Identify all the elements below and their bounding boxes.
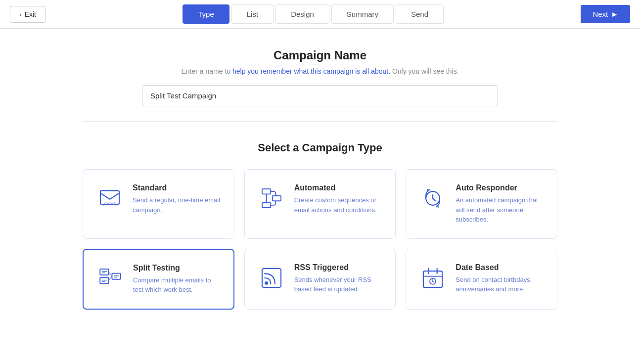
date-based-icon: [418, 263, 448, 293]
card-title-split-testing: Split Testing: [133, 264, 222, 273]
card-desc-auto-responder: An automated campaign that will send aft…: [456, 195, 545, 225]
rss-triggered-icon: [257, 263, 286, 293]
svg-rect-8: [100, 269, 108, 274]
next-button[interactable]: Next ►: [581, 5, 630, 23]
svg-point-20: [265, 281, 268, 284]
svg-rect-1: [262, 189, 271, 194]
svg-line-27: [433, 281, 434, 282]
card-title-standard: Standard: [133, 183, 222, 192]
next-label: Next: [593, 10, 608, 18]
subtitle-prefix: Enter a name to: [181, 67, 232, 75]
split-testing-icon: [95, 264, 125, 293]
auto-responder-icon: [418, 183, 448, 213]
card-desc-automated: Create custom sequences of email actions…: [294, 195, 384, 215]
section-divider: [83, 121, 557, 122]
exit-label: Exit: [25, 10, 36, 18]
svg-rect-14: [112, 273, 120, 279]
campaign-card-rss-triggered[interactable]: RSS TriggeredSends whenever your RSS bas…: [244, 249, 396, 310]
tab-list[interactable]: List: [231, 4, 274, 24]
svg-line-18: [109, 276, 112, 280]
chevron-right-icon: ►: [611, 10, 618, 18]
card-desc-rss-triggered: Sends whenever your RSS based feed is up…: [294, 275, 384, 294]
tab-summary[interactable]: Summary: [331, 4, 394, 24]
svg-rect-21: [423, 271, 442, 287]
subtitle-highlight: help you remember what this campaign is …: [232, 67, 390, 75]
card-desc-date-based: Send on contact birthdays, anniversaries…: [456, 275, 545, 294]
campaign-card-automated[interactable]: AutomatedCreate custom sequences of emai…: [244, 169, 396, 239]
standard-icon: [95, 183, 125, 213]
nav-tabs: TypeListDesignSummarySend: [183, 4, 444, 24]
svg-line-17: [109, 272, 112, 276]
campaign-type-title: Select a Campaign Type: [83, 141, 557, 154]
campaign-card-auto-responder[interactable]: Auto ResponderAn automated campaign that…: [406, 169, 557, 239]
card-desc-standard: Send a regular, one-time email campaign.: [133, 195, 222, 215]
header: ‹ Exit TypeListDesignSummarySend Next ►: [0, 0, 640, 29]
card-title-automated: Automated: [294, 183, 384, 192]
campaign-name-subtitle: Enter a name to help you remember what t…: [83, 67, 557, 75]
chevron-left-icon: ‹: [19, 10, 22, 18]
campaign-card-standard[interactable]: StandardSend a regular, one-time email c…: [83, 169, 234, 239]
campaign-name-input[interactable]: [142, 85, 498, 106]
card-title-date-based: Date Based: [456, 263, 545, 272]
svg-rect-11: [100, 277, 108, 283]
card-title-auto-responder: Auto Responder: [456, 183, 545, 192]
svg-rect-3: [272, 196, 280, 201]
card-title-rss-triggered: RSS Triggered: [294, 263, 384, 272]
automated-icon: [257, 183, 286, 213]
svg-rect-2: [262, 203, 271, 208]
tab-type[interactable]: Type: [183, 4, 229, 24]
main-content: Campaign Name Enter a name to help you r…: [73, 29, 567, 329]
card-desc-split-testing: Compare multiple emails to test which wo…: [133, 275, 222, 295]
campaign-name-title: Campaign Name: [83, 48, 557, 62]
campaign-card-date-based[interactable]: Date BasedSend on contact birthdays, ann…: [406, 249, 557, 310]
tab-design[interactable]: Design: [275, 4, 329, 24]
campaign-card-split-testing[interactable]: Split TestingCompare multiple emails to …: [83, 249, 234, 310]
tab-send[interactable]: Send: [396, 4, 444, 24]
campaign-type-grid: StandardSend a regular, one-time email c…: [83, 169, 557, 310]
subtitle-suffix: Only you will see this.: [390, 67, 459, 75]
exit-button[interactable]: ‹ Exit: [10, 6, 46, 23]
